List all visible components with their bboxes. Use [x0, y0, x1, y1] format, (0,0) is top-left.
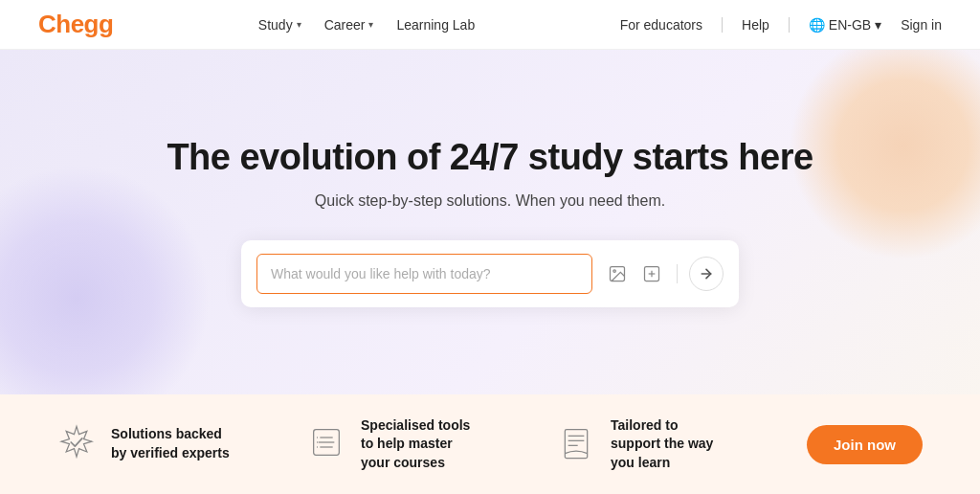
search-box [241, 240, 739, 307]
math-input-button[interactable] [638, 260, 665, 287]
bottom-banner: Solutions backed by verified experts Spe… [0, 394, 980, 494]
svg-rect-13 [565, 430, 587, 459]
nav-learning-lab[interactable]: Learning Lab [396, 17, 475, 33]
learn-icon [557, 423, 595, 465]
chevron-down-icon: ▾ [297, 19, 301, 30]
language-selector[interactable]: 🌐 EN-GB ▾ [809, 17, 881, 33]
search-divider [677, 264, 678, 283]
logo[interactable]: Chegg [38, 10, 113, 39]
chevron-down-icon: ▾ [875, 17, 881, 33]
tools-icon [307, 423, 345, 465]
nav-career[interactable]: Career ▾ [324, 17, 374, 33]
search-input[interactable] [256, 254, 592, 294]
blob-right-decoration [789, 50, 980, 260]
navbar: Chegg Study ▾ Career ▾ Learning Lab For … [0, 0, 980, 50]
hero-content: The evolution of 24/7 study starts here … [167, 137, 813, 307]
verified-expert-icon [57, 423, 96, 465]
feature-item-experts: Solutions backed by verified experts [57, 423, 231, 465]
feature-item-learn: Tailored to support the way you learn [557, 416, 730, 473]
hero-subtitle: Quick step-by-step solutions. When you n… [315, 192, 665, 210]
image-upload-button[interactable] [604, 260, 631, 287]
nav-center: Study ▾ Career ▾ Learning Lab [258, 17, 475, 33]
feature-learn-text: Tailored to support the way you learn [611, 416, 730, 473]
nav-study-label: Study [258, 17, 293, 33]
hero-title: The evolution of 24/7 study starts here [167, 137, 813, 179]
feature-experts-text: Solutions backed by verified experts [111, 425, 231, 462]
search-submit-button[interactable] [689, 257, 724, 291]
nav-divider-2 [789, 17, 790, 33]
nav-right: For educators Help 🌐 EN-GB ▾ Sign in [620, 17, 942, 33]
join-now-button[interactable]: Join now [807, 425, 923, 464]
search-icon-group [604, 260, 665, 287]
for-educators-link[interactable]: For educators [620, 17, 702, 33]
nav-career-label: Career [324, 17, 366, 33]
nav-study[interactable]: Study ▾ [258, 17, 301, 33]
feature-item-tools: Specialised tools to help master your co… [307, 416, 480, 473]
svg-point-1 [613, 270, 616, 273]
feature-tools-text: Specialised tools to help master your co… [361, 416, 480, 473]
nav-learning-label: Learning Lab [396, 17, 475, 33]
lang-label: EN-GB [829, 17, 871, 33]
arrow-right-icon [699, 266, 714, 281]
image-icon [608, 264, 627, 283]
chevron-down-icon: ▾ [368, 19, 373, 30]
help-link[interactable]: Help [742, 17, 769, 33]
sign-in-link[interactable]: Sign in [901, 17, 942, 33]
math-icon [642, 264, 661, 283]
nav-divider [722, 17, 723, 33]
globe-icon: 🌐 [809, 17, 825, 33]
hero-section: The evolution of 24/7 study starts here … [0, 50, 980, 394]
